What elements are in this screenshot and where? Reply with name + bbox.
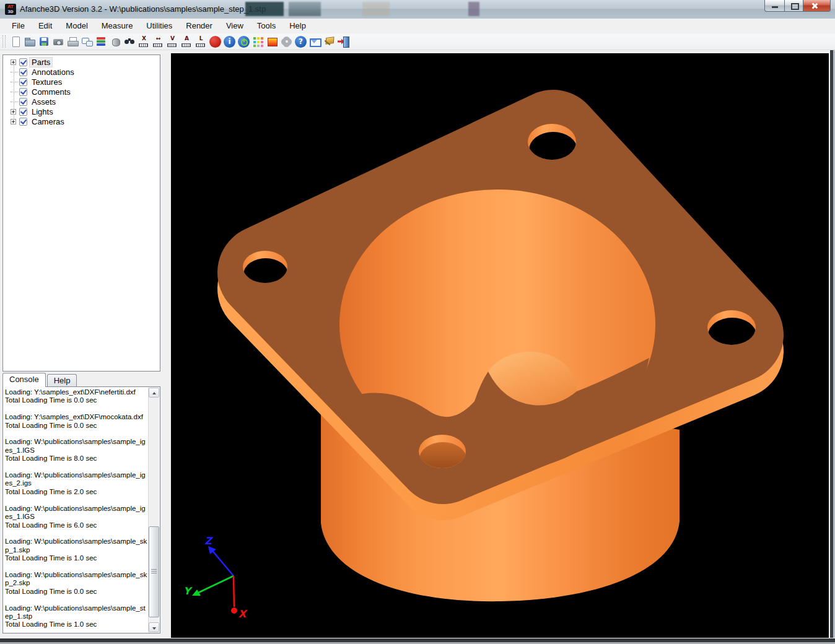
console-panel: Loading: Y:\samples_ext\DXF\nefertiti.dx… [2, 386, 160, 633]
visibility-checkbox[interactable] [19, 88, 27, 96]
solid-model-icon[interactable] [109, 35, 122, 48]
measure-distance-icon[interactable]: ↔ [152, 35, 165, 48]
exit-icon[interactable] [337, 35, 350, 48]
toolbar: X↔VALi? [0, 33, 835, 50]
measure-vertical-icon[interactable]: V [166, 35, 179, 48]
visibility-checkbox[interactable] [19, 108, 27, 116]
visibility-checkbox[interactable] [19, 78, 27, 86]
glass-reflection [245, 2, 284, 16]
app-window: AT3D Afanche3D Version 3.2 - W:\publicat… [0, 0, 835, 644]
visibility-checkbox[interactable] [19, 98, 27, 106]
scroll-down-icon[interactable] [149, 622, 159, 632]
console-line: Total Loading Time is 1.0 sec [5, 620, 147, 629]
console-line: Total Loading Time is 0.0 sec [5, 588, 147, 596]
open-file-icon[interactable] [24, 35, 37, 48]
visibility-checkbox[interactable] [19, 68, 27, 76]
maximize-button[interactable] [784, 0, 803, 12]
visibility-checkbox[interactable] [19, 118, 27, 126]
menu-item-edit[interactable]: Edit [32, 19, 59, 33]
tree-item-label: Parts [30, 58, 52, 67]
console-line: Total Loading Time is 0.0 sec [5, 422, 147, 430]
tree-item-label: Textures [30, 77, 64, 87]
menu-item-model[interactable]: Model [59, 19, 94, 33]
window-title: Afanche3D Version 3.2 - W:\publications\… [20, 4, 266, 14]
scrollbar-thumb[interactable] [149, 526, 159, 617]
console-scrollbar[interactable] [148, 388, 159, 632]
menu-item-view[interactable]: View [219, 19, 250, 33]
expand-icon[interactable] [11, 109, 16, 115]
email-icon[interactable] [308, 35, 321, 48]
tree-item-label: Assets [30, 97, 58, 107]
model-canvas: Z Y X [171, 53, 829, 638]
menu-item-help[interactable]: Help [282, 19, 313, 33]
menu-item-file[interactable]: File [5, 19, 32, 33]
console-line: Total Loading Time is 1.0 sec [5, 554, 147, 562]
menu-item-utilities[interactable]: Utilities [139, 19, 179, 33]
feedback-icon[interactable] [323, 35, 336, 48]
power-icon[interactable] [237, 35, 250, 48]
glass-reflection [362, 2, 390, 16]
tree-item-textures[interactable]: Textures [11, 77, 160, 87]
tab-console[interactable]: Console [2, 373, 46, 387]
visibility-checkbox[interactable] [19, 58, 27, 66]
measure-length-icon[interactable]: L [195, 35, 208, 48]
settings-icon[interactable] [280, 35, 293, 48]
console-line [5, 596, 147, 604]
glass-reflection [289, 2, 321, 16]
title-bar[interactable]: AT3D Afanche3D Version 3.2 - W:\publicat… [0, 0, 835, 19]
console-line: Loading: Y:\samples_ext\DXF\mocokata.dxf [5, 413, 147, 421]
save-icon[interactable] [38, 35, 51, 48]
materials-icon[interactable] [95, 35, 108, 48]
console-line: Loading: W:\publications\samples\sample_… [5, 604, 147, 621]
expand-icon[interactable] [11, 119, 16, 124]
help-icon[interactable]: ? [294, 35, 307, 48]
toolbar-grip[interactable] [2, 35, 6, 48]
comments-icon[interactable] [81, 35, 94, 48]
console-line: Total Loading Time is 2.0 sec [5, 488, 147, 496]
expand-icon[interactable] [11, 59, 16, 65]
tree-connector [11, 82, 18, 82]
new-file-icon[interactable] [9, 35, 22, 48]
tab-help[interactable]: Help [47, 374, 77, 387]
tree-item-parts[interactable]: Parts [11, 57, 160, 67]
menu-bar: FileEditModelMeasureUtilitiesRenderViewT… [0, 19, 835, 33]
menu-item-tools[interactable]: Tools [250, 19, 282, 33]
tree-item-assets[interactable]: Assets [11, 97, 160, 107]
tree-item-label: Comments [30, 87, 72, 97]
tree-item-comments[interactable]: Comments [11, 87, 160, 97]
info-icon[interactable]: i [223, 35, 236, 48]
window-border-bottom [0, 638, 835, 644]
tree-connector [11, 92, 18, 92]
console-log: Loading: Y:\samples_ext\DXF\nefertiti.dx… [5, 388, 147, 632]
tree-item-label: Annotations [30, 67, 76, 77]
color-fill-icon[interactable] [266, 35, 279, 48]
measure-x-icon[interactable]: X [138, 35, 151, 48]
tree-item-cameras[interactable]: Cameras [11, 116, 160, 126]
scene-tree-rows: PartsAnnotationsTexturesCommentsAssetsLi… [3, 55, 160, 126]
stop-icon[interactable] [209, 35, 222, 48]
console-line: Loading: W:\publications\samples\sample_… [5, 537, 147, 554]
console-line [5, 463, 147, 471]
tree-connector [11, 102, 18, 102]
window-controls [764, 0, 831, 12]
scene-tree[interactable]: PartsAnnotationsTexturesCommentsAssetsLi… [2, 54, 160, 372]
search-icon[interactable] [123, 35, 136, 48]
menu-item-measure[interactable]: Measure [95, 19, 140, 33]
palette-icon[interactable] [251, 35, 264, 48]
print-icon[interactable] [66, 35, 79, 48]
tree-item-lights[interactable]: Lights [11, 107, 160, 116]
console-line [5, 563, 147, 571]
menu-item-render[interactable]: Render [179, 19, 219, 33]
tree-item-label: Lights [30, 107, 55, 116]
minimize-button[interactable] [764, 0, 784, 12]
scroll-up-icon[interactable] [149, 388, 159, 398]
tree-item-annotations[interactable]: Annotations [11, 67, 160, 77]
snapshot-icon[interactable] [52, 35, 65, 48]
glass-reflection [468, 2, 479, 16]
close-button[interactable] [803, 0, 831, 12]
viewport-3d[interactable]: Z Y X [171, 53, 829, 638]
measure-angle-icon[interactable]: A [180, 35, 193, 48]
console-line [5, 405, 147, 413]
axis-x-arrow-icon [231, 607, 237, 614]
tree-item-label: Cameras [30, 117, 66, 126]
